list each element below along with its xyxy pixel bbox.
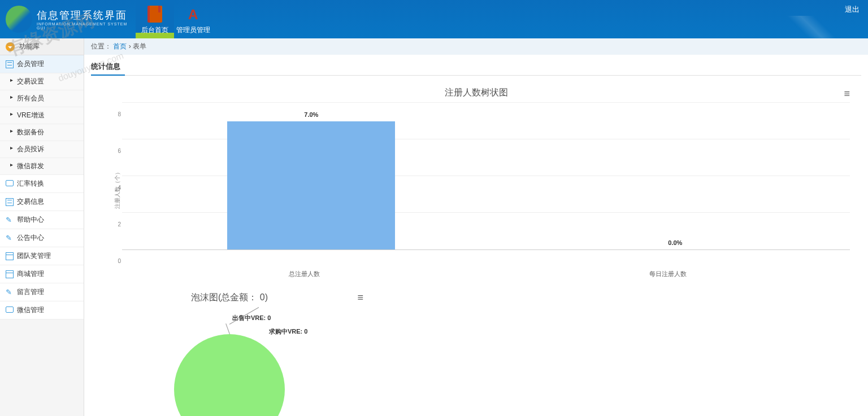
sidebar-group-label: 留言管理 — [17, 287, 44, 297]
edit-icon — [6, 234, 14, 242]
sidebar-group-label: 团队奖管理 — [17, 251, 51, 261]
calendar-icon — [6, 270, 14, 278]
sidebar-subitem-0-0[interactable]: 交易设置 — [0, 73, 84, 90]
sidebar-group-6[interactable]: 商城管理 — [0, 265, 84, 283]
sidebar-group-3[interactable]: 帮助中心 — [0, 211, 84, 229]
sidebar-group-label: 汇率转换 — [17, 179, 44, 189]
x-label-0: 总注册人数 — [122, 267, 486, 278]
list-icon — [6, 198, 14, 206]
bar-label-1: 0.0% — [668, 239, 682, 246]
panel-title: 统计信息 — [91, 62, 120, 75]
header-decoration — [755, 16, 868, 38]
bar-label-0: 7.0% — [304, 111, 318, 118]
nav-admin-label: 管理员管理 — [176, 25, 210, 35]
sidebar-subitem-0-3[interactable]: 数据备份 — [0, 124, 84, 141]
pie-chart-title: 泡沫图(总金额： 0) — [91, 290, 368, 306]
book-icon — [146, 5, 164, 23]
sidebar-group-7[interactable]: 留言管理 — [0, 283, 84, 301]
chat-icon — [6, 180, 14, 188]
logo-text: 信息管理系统界面 INFORMATION MANAGEMENT SYSTEM G… — [37, 8, 136, 30]
chat-icon — [6, 306, 14, 314]
bar-0[interactable]: 7.0% — [227, 121, 395, 250]
collapse-icon — [6, 42, 15, 51]
logout-link[interactable]: 退出 — [845, 5, 860, 15]
y-tick: 6 — [118, 148, 121, 154]
pie-label-1: 出售中VRE: 0 — [232, 314, 271, 322]
plot-area: 7.0%0.0% — [122, 103, 850, 250]
sidebar-group-4[interactable]: 公告中心 — [0, 229, 84, 247]
sidebar-subitem-0-5[interactable]: 微信群发 — [0, 158, 84, 175]
pie-menu-icon[interactable]: ≡ — [357, 292, 363, 304]
x-axis: 总注册人数每日注册人数 — [102, 267, 850, 278]
pie-label-2: 求购中VRE: 0 — [269, 327, 307, 336]
list-icon — [6, 60, 14, 68]
sidebar-header[interactable]: 功能库 — [0, 38, 84, 55]
pie-chart: 泡沫图(总金额： 0) ≡ 出售中VRE: 0 求购中VRE: 0 — [91, 290, 368, 416]
calendar-icon — [6, 252, 14, 260]
content: 位置： 首页 › 表单 统计信息 注册人数树状图 ≡ 注册人数（个） 02468… — [84, 38, 868, 416]
app-title: 信息管理系统界面 — [37, 8, 136, 22]
sidebar-header-label: 功能库 — [19, 42, 40, 51]
sidebar-group-label: 商城管理 — [17, 269, 44, 279]
y-axis: 注册人数（个） 02468 — [102, 103, 122, 267]
pie-slice[interactable] — [174, 334, 285, 416]
sidebar-subitem-0-2[interactable]: VRE增送 — [0, 107, 84, 124]
y-tick: 4 — [118, 185, 121, 191]
breadcrumb-prefix: 位置： — [91, 42, 111, 50]
sidebar-group-0[interactable]: 会员管理 — [0, 55, 84, 73]
x-label-1: 每日注册人数 — [486, 267, 850, 278]
header: 信息管理系统界面 INFORMATION MANAGEMENT SYSTEM G… — [0, 0, 868, 38]
bar-chart: 注册人数树状图 ≡ 注册人数（个） 02468 7.0%0.0% 总注册人数每日… — [91, 81, 861, 284]
sidebar-group-1[interactable]: 汇率转换 — [0, 175, 84, 193]
nav-home-label: 后台首页 — [141, 25, 168, 35]
logo-area: 信息管理系统界面 INFORMATION MANAGEMENT SYSTEM G… — [0, 6, 136, 33]
edit-icon — [6, 216, 14, 224]
breadcrumb-home[interactable]: 首页 — [113, 42, 127, 50]
y-tick: 2 — [118, 221, 121, 227]
sidebar-subitem-0-4[interactable]: 会员投诉 — [0, 141, 84, 158]
sidebar-group-label: 微信管理 — [17, 305, 44, 315]
admin-icon — [184, 5, 202, 23]
sidebar: 功能库 会员管理交易设置所有会员VRE增送数据备份会员投诉微信群发汇率转换交易信… — [0, 38, 84, 416]
sidebar-group-label: 公告中心 — [17, 233, 44, 243]
panel-divider — [91, 75, 861, 76]
edit-icon — [6, 288, 14, 296]
breadcrumb-current: 表单 — [133, 42, 146, 50]
y-tick: 0 — [118, 258, 121, 264]
sidebar-group-label: 帮助中心 — [17, 215, 44, 225]
breadcrumb: 位置： 首页 › 表单 — [84, 38, 868, 55]
breadcrumb-sep: › — [129, 42, 131, 50]
sidebar-group-5[interactable]: 团队奖管理 — [0, 247, 84, 265]
app-subtitle: INFORMATION MANAGEMENT SYSTEM GUI — [37, 22, 136, 30]
y-tick: 8 — [118, 111, 121, 117]
sidebar-group-2[interactable]: 交易信息 — [0, 193, 84, 211]
logo-icon — [6, 6, 32, 33]
sidebar-group-label: 会员管理 — [17, 59, 44, 69]
bar-group-0: 7.0% — [137, 121, 486, 250]
nav-home[interactable]: 后台首页 — [136, 0, 174, 38]
chart-menu-icon[interactable]: ≡ — [844, 88, 850, 100]
sidebar-group-8[interactable]: 微信管理 — [0, 301, 84, 319]
bar-chart-title: 注册人数树状图 — [102, 87, 850, 99]
top-nav: 后台首页 管理员管理 — [136, 0, 212, 38]
sidebar-subitem-0-1[interactable]: 所有会员 — [0, 90, 84, 107]
nav-admin[interactable]: 管理员管理 — [174, 0, 212, 38]
sidebar-group-label: 交易信息 — [17, 197, 44, 207]
